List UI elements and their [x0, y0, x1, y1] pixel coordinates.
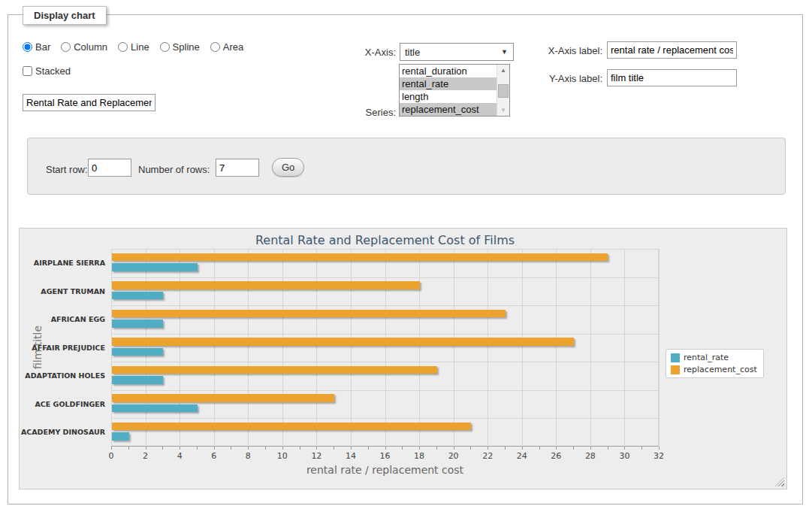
x-axis-tick [128, 447, 129, 450]
replacement_cost-bar[interactable] [112, 310, 506, 318]
x-axis-tick [505, 447, 506, 450]
x-axis-tick [659, 447, 660, 450]
chart-type-radio-spline[interactable] [160, 42, 170, 52]
legend-swatch-icon [671, 353, 680, 362]
series-option-length[interactable]: length [400, 90, 497, 103]
gridline-vertical [624, 249, 625, 447]
rental_rate-bar[interactable] [112, 292, 163, 300]
x-axis-label-label: X-Axis label: [535, 45, 602, 56]
gridline-vertical [214, 249, 215, 447]
scrollbar-thumb[interactable] [498, 84, 509, 98]
x-axis-tick-label: 16 [373, 451, 398, 461]
category-label: AFFAIR PREJUDICE [20, 344, 105, 352]
x-axis-tick-label: 22 [475, 451, 500, 461]
x-axis-tick-label: 6 [201, 451, 227, 461]
x-axis-tick [111, 447, 112, 450]
chart-type-radio-column[interactable] [61, 42, 71, 52]
rental_rate-bar[interactable] [112, 320, 163, 328]
x-axis-tick [641, 447, 642, 450]
x-axis-tick [368, 447, 369, 450]
replacement_cost-bar[interactable] [112, 253, 608, 262]
category-label: ADAPTATION HOLES [20, 371, 105, 380]
gridline-horizontal [112, 305, 659, 306]
start-row-input[interactable] [88, 159, 131, 177]
chart-type-bar[interactable]: Bar [23, 41, 50, 53]
stacked-option[interactable]: Stacked [23, 65, 71, 77]
gridline-vertical [248, 249, 249, 447]
category-label: ACADEMY DINOSAUR [20, 428, 105, 436]
y-axis-label-input[interactable] [607, 69, 737, 86]
chart-type-radio-label: Area [223, 41, 243, 53]
scroll-down-icon[interactable]: ▼ [497, 105, 509, 116]
x-axis-tick-label: 14 [338, 451, 364, 461]
dropdown-arrow-icon: ▼ [501, 48, 508, 56]
rental_rate-bar[interactable] [112, 348, 163, 356]
start-row-label: Start row: [46, 164, 88, 175]
category-label: AIRPLANE SIERRA [20, 259, 105, 267]
x-axis-tick [316, 447, 317, 450]
y-axis-label-label: Y-Axis label: [535, 73, 602, 84]
x-axis-select[interactable]: title ▼ [400, 43, 514, 61]
gridline-horizontal [112, 390, 659, 391]
num-rows-label: Number of rows: [138, 164, 210, 175]
chart-type-radio-label: Spline [173, 41, 200, 53]
gridline-vertical [659, 249, 660, 447]
x-axis-tick-label: 12 [303, 451, 329, 461]
chart-type-column[interactable]: Column [61, 41, 107, 53]
x-axis-title: rental rate / replacement cost [111, 464, 659, 476]
series-option-replacement_cost[interactable]: replacement_cost [400, 103, 497, 116]
x-axis-tick [522, 447, 523, 450]
series-listbox[interactable]: rental_durationrental_ratelengthreplacem… [399, 64, 510, 117]
gridline-vertical [385, 249, 386, 447]
series-options: rental_durationrental_ratelengthreplacem… [400, 65, 497, 116]
x-axis-label-input[interactable] [607, 41, 737, 59]
listbox-scrollbar[interactable]: ▲ ▼ [497, 65, 509, 116]
chart-type-radio-bar[interactable] [23, 42, 32, 52]
x-axis-tick-label: 0 [98, 451, 124, 461]
x-axis-tick [214, 447, 215, 450]
category-label: ACE GOLDFINGER [20, 400, 105, 408]
legend-item-replacement_cost[interactable]: replacement_cost [671, 365, 757, 374]
x-axis-tick [470, 447, 471, 450]
category-label: AFRICAN EGG [20, 315, 105, 323]
chart-title: Rental Rate and Replacement Cost of Film… [111, 233, 659, 247]
x-axis-tick-label: 24 [509, 451, 535, 461]
x-axis-tick [454, 447, 454, 450]
scroll-up-icon[interactable]: ▲ [497, 65, 509, 76]
chart-type-radio-line[interactable] [118, 42, 128, 52]
chart-type-area[interactable]: Area [210, 41, 243, 53]
x-axis-tick [624, 447, 625, 450]
rental_rate-bar[interactable] [112, 404, 198, 413]
gridline-horizontal [112, 334, 659, 335]
num-rows-input[interactable] [216, 159, 259, 177]
chart-title-input[interactable] [23, 94, 155, 111]
scrollbar-track[interactable] [497, 76, 509, 105]
replacement_cost-bar[interactable] [112, 423, 471, 431]
gridline-horizontal [112, 418, 659, 419]
replacement_cost-bar[interactable] [112, 338, 574, 346]
legend-item-rental_rate[interactable]: rental_rate [671, 353, 757, 362]
rental_rate-bar[interactable] [112, 432, 129, 441]
go-button[interactable]: Go [272, 158, 304, 177]
replacement_cost-bar[interactable] [112, 281, 420, 289]
replacement_cost-bar[interactable] [112, 394, 334, 402]
x-axis-tick [162, 447, 163, 450]
rental_rate-bar[interactable] [112, 376, 163, 384]
legend-swatch-icon [671, 365, 680, 374]
x-axis-tick [608, 447, 608, 450]
legend-label: replacement_cost [684, 365, 757, 374]
series-option-rental_duration[interactable]: rental_duration [400, 65, 497, 77]
replacement_cost-bar[interactable] [112, 366, 437, 374]
resize-grip[interactable] [775, 477, 784, 486]
gridline-horizontal [112, 362, 659, 362]
stacked-checkbox[interactable] [23, 66, 32, 76]
rental_rate-bar[interactable] [112, 263, 198, 271]
chart-type-spline[interactable]: Spline [160, 41, 200, 53]
x-axis-tick-label: 10 [270, 451, 295, 461]
x-axis-tick-label: 30 [611, 451, 637, 461]
x-axis-tick [146, 447, 146, 450]
series-option-rental_rate[interactable]: rental_rate [400, 77, 497, 90]
x-axis-tick [573, 447, 574, 450]
chart-type-radio-area[interactable] [210, 42, 220, 52]
chart-type-line[interactable]: Line [118, 41, 149, 53]
